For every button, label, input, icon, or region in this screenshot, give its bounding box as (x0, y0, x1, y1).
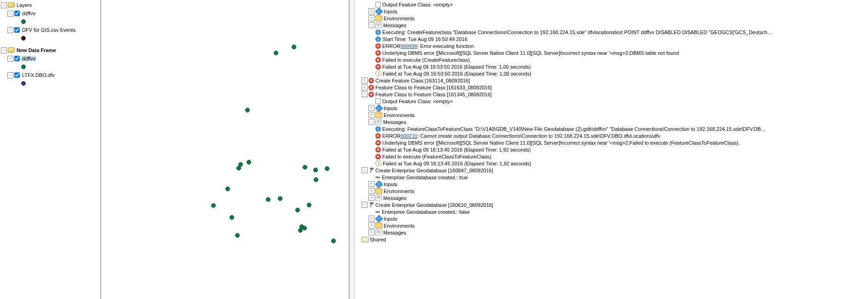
result-environments[interactable]: + Environments (355, 188, 868, 194)
result-fc2fc-a[interactable]: + ✕ Feature Class to Feature Class [1616… (355, 84, 868, 91)
expander-icon[interactable]: + (368, 112, 374, 118)
output-box-icon (375, 99, 381, 104)
map-point[interactable] (247, 160, 251, 164)
toc-layer-ltfx[interactable]: − LTFX.DBO.dfv (1, 71, 100, 79)
expander-icon[interactable]: − (7, 11, 13, 17)
clock-icon (375, 70, 381, 76)
layer-visibility-checkbox[interactable] (14, 56, 20, 61)
map-point[interactable] (266, 197, 270, 202)
result-inputs[interactable]: + Inputs (355, 181, 868, 188)
map-point[interactable] (278, 196, 282, 201)
error-code-link[interactable]: 000210 (401, 133, 418, 139)
error-icon: ✕ (375, 50, 381, 56)
map-point[interactable] (295, 208, 300, 212)
msg-error-999999: ✕ ERROR 999999: Error executing function… (355, 42, 868, 49)
result-create-ent-gdb-1[interactable]: − Create Enterprise Geodatabase [160847_… (355, 167, 868, 174)
expander-icon[interactable]: + (368, 223, 374, 229)
result-environments[interactable]: + Environments (355, 15, 868, 22)
toc-root[interactable]: − Layers (1, 1, 100, 9)
result-output-fc[interactable]: Output Feature Class: <empty> (355, 98, 868, 105)
expander-icon[interactable]: + (362, 84, 368, 90)
result-messages[interactable]: − Messages (355, 22, 868, 29)
expander-icon[interactable]: + (368, 8, 374, 14)
msg-text: Start Time: Tue Aug 09 16:53:49 2016 (382, 36, 467, 42)
map-point[interactable] (235, 233, 240, 238)
map-point[interactable] (298, 228, 303, 233)
result-inputs[interactable]: + Inputs (355, 8, 868, 15)
result-environments[interactable]: + Environments (355, 222, 868, 229)
msg-text: Underlying DBMS error [[Microsoft][SQL S… (382, 50, 679, 56)
map-point[interactable] (211, 203, 216, 208)
expander-icon[interactable]: + (368, 216, 374, 222)
result-inputs[interactable]: + Inputs (355, 215, 868, 222)
panel-divider[interactable] (350, 0, 355, 299)
msg-dbms-error: ✕ Underlying DBMS error [[Microsoft][SQL… (355, 139, 868, 146)
map-point[interactable] (292, 45, 296, 49)
expander-icon[interactable]: + (368, 195, 374, 201)
map-point[interactable] (313, 168, 318, 172)
expander-icon[interactable]: − (368, 22, 374, 28)
expander-icon[interactable]: + (368, 15, 374, 21)
expander-icon[interactable]: + (368, 105, 374, 111)
map-point[interactable] (230, 215, 234, 220)
expander-icon[interactable]: − (7, 27, 13, 33)
expander-icon[interactable]: − (368, 119, 374, 125)
map-point[interactable] (236, 166, 241, 170)
expander-icon[interactable]: − (362, 202, 368, 208)
result-environments[interactable]: + Environments (355, 111, 868, 118)
result-messages[interactable]: + Messages (355, 229, 868, 236)
expander-icon[interactable]: − (7, 56, 13, 62)
point-symbol-icon (21, 64, 26, 69)
result-fc2fc-b[interactable]: − ✕ Feature Class to Feature Class [1613… (355, 91, 868, 98)
result-label: Shared (370, 237, 386, 242)
messages-icon (375, 195, 382, 201)
toc-layer-dfvcsv[interactable]: − DFV für GIS.csv Events (1, 26, 100, 34)
expander-icon[interactable]: + (368, 181, 374, 187)
expander-icon[interactable]: − (1, 2, 7, 8)
error-code-link[interactable]: 999999 (401, 43, 418, 49)
toc-layer-ddffvv-2[interactable]: − ddffvv (1, 54, 100, 63)
result-create-feature-class[interactable]: + ✕ Create Feature Class [163114_0809201… (355, 77, 868, 84)
map-point[interactable] (225, 187, 230, 191)
layer-visibility-checkbox[interactable] (14, 72, 20, 78)
result-messages[interactable]: − Messages (355, 118, 868, 125)
result-label: Create Feature Class [163114_08092016] (375, 78, 470, 83)
layer-visibility-checkbox[interactable] (14, 27, 20, 33)
expander-icon[interactable]: + (362, 77, 368, 83)
layer-visibility-checkbox[interactable] (14, 11, 20, 16)
map-point[interactable] (245, 108, 250, 112)
map-point[interactable] (274, 51, 278, 55)
toc-layer-ddffvv[interactable]: − ddffvv (1, 9, 100, 18)
map-point[interactable] (303, 165, 307, 170)
expander-icon[interactable]: − (1, 47, 7, 53)
map-point[interactable] (302, 226, 307, 230)
msg-text: Failed at Tue Aug 09 16:13:45 2016 (Elap… (382, 147, 531, 152)
result-messages[interactable]: + Messages (355, 194, 868, 201)
result-label: Inputs (384, 106, 397, 111)
result-create-ent-gdb-2[interactable]: − Create Enterprise Geodatabase [160610_… (355, 201, 868, 208)
map-point[interactable] (325, 166, 329, 171)
environments-icon (375, 223, 382, 229)
map-point[interactable] (331, 239, 336, 243)
error-icon: ✕ (375, 154, 381, 159)
map-canvas[interactable] (101, 0, 350, 299)
map-point[interactable] (314, 177, 318, 182)
expander-icon[interactable]: − (7, 72, 13, 78)
msg-error-000210: ✕ ERROR 000210: Cannot create output Dat… (355, 132, 868, 139)
map-point[interactable] (307, 203, 311, 207)
layer-label: LTFX.DBO.dfv (21, 72, 56, 78)
expander-icon[interactable]: − (362, 167, 368, 173)
expander-icon[interactable]: + (368, 229, 374, 235)
result-output-fc[interactable]: Output Feature Class: <empty> (355, 1, 868, 8)
msg-failed-at-clock: Failed at Tue Aug 09 16:53:50 2016 (Elap… (355, 70, 868, 77)
expander-icon[interactable]: + (368, 188, 374, 194)
result-inputs[interactable]: + Inputs (355, 105, 868, 111)
output-box-icon (375, 2, 381, 7)
shared-icon (362, 237, 368, 242)
toc-panel: − Layers − ddffvv − DFV für GIS.csv Even… (0, 0, 101, 299)
msg-text-pre: ERROR (382, 133, 401, 139)
layer-label: ddffvv (21, 11, 36, 16)
result-shared[interactable]: Shared (355, 236, 868, 243)
expander-icon[interactable]: − (362, 91, 368, 97)
toc-dataframe-new[interactable]: − New Data Frame (1, 46, 100, 54)
